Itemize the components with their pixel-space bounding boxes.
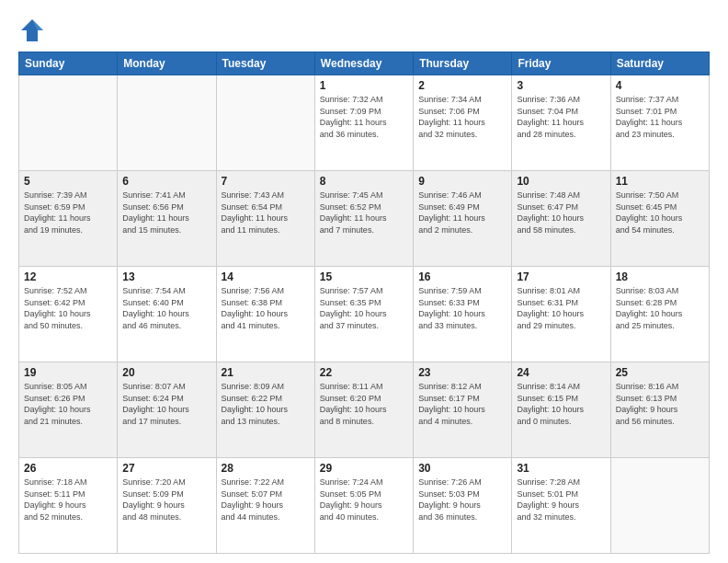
page: SundayMondayTuesdayWednesdayThursdayFrid… bbox=[0, 0, 728, 563]
calendar-cell: 22Sunrise: 8:11 AM Sunset: 6:20 PM Dayli… bbox=[314, 362, 413, 458]
day-header-tuesday: Tuesday bbox=[216, 52, 314, 75]
day-info: Sunrise: 8:05 AM Sunset: 6:26 PM Dayligh… bbox=[24, 381, 112, 427]
day-header-saturday: Saturday bbox=[610, 52, 709, 75]
day-header-thursday: Thursday bbox=[414, 52, 512, 75]
week-row-3: 19Sunrise: 8:05 AM Sunset: 6:26 PM Dayli… bbox=[19, 362, 710, 458]
week-row-0: 1Sunrise: 7:32 AM Sunset: 7:09 PM Daylig… bbox=[19, 75, 710, 171]
day-number: 22 bbox=[320, 366, 408, 379]
day-number: 13 bbox=[122, 270, 210, 283]
calendar-cell bbox=[19, 75, 118, 171]
day-number: 9 bbox=[418, 175, 506, 188]
day-info: Sunrise: 7:54 AM Sunset: 6:40 PM Dayligh… bbox=[122, 285, 210, 331]
logo bbox=[18, 17, 50, 44]
calendar-cell: 13Sunrise: 7:54 AM Sunset: 6:40 PM Dayli… bbox=[118, 267, 216, 362]
calendar-cell bbox=[610, 458, 709, 554]
day-number: 12 bbox=[24, 270, 112, 283]
day-info: Sunrise: 7:36 AM Sunset: 7:04 PM Dayligh… bbox=[517, 94, 605, 140]
day-info: Sunrise: 7:48 AM Sunset: 6:47 PM Dayligh… bbox=[517, 190, 605, 236]
calendar-cell: 7Sunrise: 7:43 AM Sunset: 6:54 PM Daylig… bbox=[216, 171, 314, 267]
day-number: 25 bbox=[616, 366, 704, 379]
day-info: Sunrise: 7:57 AM Sunset: 6:35 PM Dayligh… bbox=[320, 285, 408, 331]
calendar-cell: 12Sunrise: 7:52 AM Sunset: 6:42 PM Dayli… bbox=[19, 267, 118, 362]
day-number: 2 bbox=[418, 79, 506, 92]
day-number: 5 bbox=[24, 175, 112, 188]
day-header-friday: Friday bbox=[512, 52, 610, 75]
day-info: Sunrise: 8:09 AM Sunset: 6:22 PM Dayligh… bbox=[222, 381, 310, 427]
day-number: 20 bbox=[122, 366, 210, 379]
calendar-cell bbox=[216, 75, 314, 171]
week-row-4: 26Sunrise: 7:18 AM Sunset: 5:11 PM Dayli… bbox=[19, 458, 710, 554]
day-info: Sunrise: 7:52 AM Sunset: 6:42 PM Dayligh… bbox=[24, 285, 112, 331]
day-number: 4 bbox=[616, 79, 704, 92]
calendar-table: SundayMondayTuesdayWednesdayThursdayFrid… bbox=[18, 52, 710, 554]
calendar-cell: 5Sunrise: 7:39 AM Sunset: 6:59 PM Daylig… bbox=[19, 171, 118, 267]
day-info: Sunrise: 7:28 AM Sunset: 5:01 PM Dayligh… bbox=[517, 477, 605, 523]
day-number: 23 bbox=[418, 366, 506, 379]
day-number: 7 bbox=[222, 175, 310, 188]
day-number: 26 bbox=[24, 462, 112, 475]
day-info: Sunrise: 8:16 AM Sunset: 6:13 PM Dayligh… bbox=[616, 381, 704, 427]
calendar-cell bbox=[118, 75, 216, 171]
day-header-wednesday: Wednesday bbox=[314, 52, 413, 75]
calendar-header-row: SundayMondayTuesdayWednesdayThursdayFrid… bbox=[19, 52, 710, 75]
calendar-cell: 24Sunrise: 8:14 AM Sunset: 6:15 PM Dayli… bbox=[512, 362, 610, 458]
calendar-cell: 18Sunrise: 8:03 AM Sunset: 6:28 PM Dayli… bbox=[610, 267, 709, 362]
day-number: 6 bbox=[122, 175, 210, 188]
day-info: Sunrise: 7:46 AM Sunset: 6:49 PM Dayligh… bbox=[418, 190, 506, 236]
calendar-cell: 27Sunrise: 7:20 AM Sunset: 5:09 PM Dayli… bbox=[118, 458, 216, 554]
day-info: Sunrise: 7:20 AM Sunset: 5:09 PM Dayligh… bbox=[122, 477, 210, 523]
calendar-cell: 29Sunrise: 7:24 AM Sunset: 5:05 PM Dayli… bbox=[314, 458, 413, 554]
day-number: 17 bbox=[517, 270, 605, 283]
calendar-cell: 2Sunrise: 7:34 AM Sunset: 7:06 PM Daylig… bbox=[414, 75, 512, 171]
day-info: Sunrise: 7:24 AM Sunset: 5:05 PM Dayligh… bbox=[320, 477, 408, 523]
day-number: 14 bbox=[222, 270, 310, 283]
day-header-sunday: Sunday bbox=[19, 52, 118, 75]
calendar-cell: 6Sunrise: 7:41 AM Sunset: 6:56 PM Daylig… bbox=[118, 171, 216, 267]
day-number: 3 bbox=[517, 79, 605, 92]
day-info: Sunrise: 7:26 AM Sunset: 5:03 PM Dayligh… bbox=[418, 477, 506, 523]
day-number: 10 bbox=[517, 175, 605, 188]
day-number: 1 bbox=[320, 79, 408, 92]
calendar-cell: 17Sunrise: 8:01 AM Sunset: 6:31 PM Dayli… bbox=[512, 267, 610, 362]
calendar-cell: 15Sunrise: 7:57 AM Sunset: 6:35 PM Dayli… bbox=[314, 267, 413, 362]
day-info: Sunrise: 7:59 AM Sunset: 6:33 PM Dayligh… bbox=[418, 285, 506, 331]
calendar-cell: 3Sunrise: 7:36 AM Sunset: 7:04 PM Daylig… bbox=[512, 75, 610, 171]
day-info: Sunrise: 7:22 AM Sunset: 5:07 PM Dayligh… bbox=[222, 477, 310, 523]
calendar-cell: 4Sunrise: 7:37 AM Sunset: 7:01 PM Daylig… bbox=[610, 75, 709, 171]
day-info: Sunrise: 7:50 AM Sunset: 6:45 PM Dayligh… bbox=[616, 190, 704, 236]
day-info: Sunrise: 7:45 AM Sunset: 6:52 PM Dayligh… bbox=[320, 190, 408, 236]
day-number: 19 bbox=[24, 366, 112, 379]
day-number: 18 bbox=[616, 270, 704, 283]
calendar-cell: 31Sunrise: 7:28 AM Sunset: 5:01 PM Dayli… bbox=[512, 458, 610, 554]
calendar-cell: 1Sunrise: 7:32 AM Sunset: 7:09 PM Daylig… bbox=[314, 75, 413, 171]
week-row-2: 12Sunrise: 7:52 AM Sunset: 6:42 PM Dayli… bbox=[19, 267, 710, 362]
day-info: Sunrise: 7:18 AM Sunset: 5:11 PM Dayligh… bbox=[24, 477, 112, 523]
calendar-cell: 21Sunrise: 8:09 AM Sunset: 6:22 PM Dayli… bbox=[216, 362, 314, 458]
day-info: Sunrise: 7:34 AM Sunset: 7:06 PM Dayligh… bbox=[418, 94, 506, 140]
calendar-cell: 14Sunrise: 7:56 AM Sunset: 6:38 PM Dayli… bbox=[216, 267, 314, 362]
header bbox=[18, 17, 710, 44]
calendar-cell: 23Sunrise: 8:12 AM Sunset: 6:17 PM Dayli… bbox=[414, 362, 512, 458]
day-number: 11 bbox=[616, 175, 704, 188]
day-info: Sunrise: 7:37 AM Sunset: 7:01 PM Dayligh… bbox=[616, 94, 704, 140]
day-number: 24 bbox=[517, 366, 605, 379]
day-info: Sunrise: 8:03 AM Sunset: 6:28 PM Dayligh… bbox=[616, 285, 704, 331]
calendar-cell: 20Sunrise: 8:07 AM Sunset: 6:24 PM Dayli… bbox=[118, 362, 216, 458]
day-info: Sunrise: 8:07 AM Sunset: 6:24 PM Dayligh… bbox=[122, 381, 210, 427]
logo-icon bbox=[18, 17, 46, 44]
day-number: 16 bbox=[418, 270, 506, 283]
calendar-cell: 30Sunrise: 7:26 AM Sunset: 5:03 PM Dayli… bbox=[414, 458, 512, 554]
day-number: 8 bbox=[320, 175, 408, 188]
calendar-cell: 16Sunrise: 7:59 AM Sunset: 6:33 PM Dayli… bbox=[414, 267, 512, 362]
day-header-monday: Monday bbox=[118, 52, 216, 75]
day-info: Sunrise: 7:43 AM Sunset: 6:54 PM Dayligh… bbox=[222, 190, 310, 236]
day-number: 15 bbox=[320, 270, 408, 283]
day-number: 31 bbox=[517, 462, 605, 475]
day-number: 29 bbox=[320, 462, 408, 475]
day-info: Sunrise: 8:01 AM Sunset: 6:31 PM Dayligh… bbox=[517, 285, 605, 331]
day-info: Sunrise: 7:41 AM Sunset: 6:56 PM Dayligh… bbox=[122, 190, 210, 236]
day-info: Sunrise: 7:32 AM Sunset: 7:09 PM Dayligh… bbox=[320, 94, 408, 140]
day-number: 21 bbox=[222, 366, 310, 379]
calendar-cell: 28Sunrise: 7:22 AM Sunset: 5:07 PM Dayli… bbox=[216, 458, 314, 554]
week-row-1: 5Sunrise: 7:39 AM Sunset: 6:59 PM Daylig… bbox=[19, 171, 710, 267]
